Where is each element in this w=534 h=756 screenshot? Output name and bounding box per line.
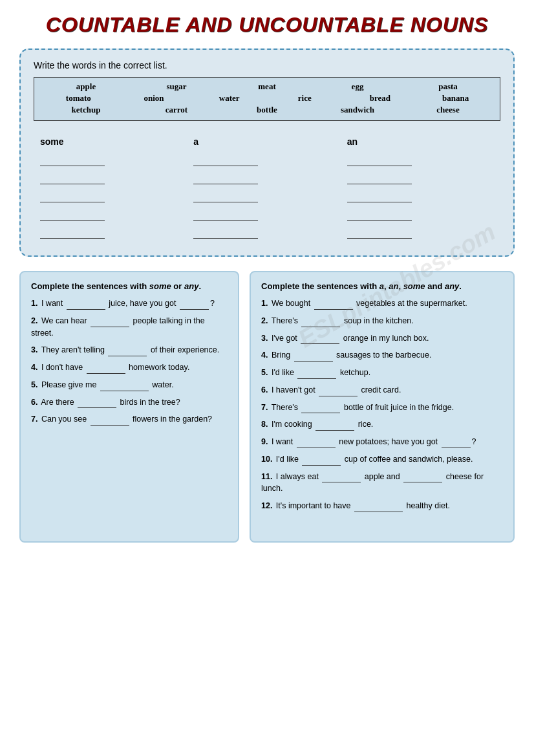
section2-box: Complete the sentences with some or any.… [19, 271, 239, 543]
list-item: 1. We bought vegetables at the supermark… [261, 297, 503, 310]
blank[interactable] [180, 301, 209, 310]
list-item: 3. I've got orange in my lunch box. [261, 332, 503, 345]
answer-line[interactable] [40, 171, 105, 184]
word-water: water [210, 93, 249, 103]
word-sugar: sugar [157, 81, 196, 92]
section2-title: Complete the sentences with some or any. [31, 281, 228, 291]
word-tomato: tomato [59, 93, 98, 103]
list-item: 1. I want juice, have you got ? [31, 297, 228, 310]
answer-line[interactable] [347, 189, 412, 202]
blank[interactable] [354, 503, 403, 512]
answer-line[interactable] [40, 208, 105, 221]
col-an-header: an [347, 136, 500, 147]
section3-list: 1. We bought vegetables at the supermark… [261, 297, 503, 512]
blank[interactable] [314, 301, 353, 310]
list-item: 7. Can you see flowers in the garden? [31, 413, 228, 426]
word-meat: meat [248, 81, 286, 92]
blank[interactable] [91, 318, 129, 327]
list-item: 9. I want new potatoes; have you got ? [261, 436, 503, 448]
section2-list: 1. I want juice, have you got ? 2. We ca… [31, 297, 228, 426]
list-item: 5. I'd like ketchup. [261, 367, 503, 379]
blank[interactable] [315, 422, 354, 431]
section3-title: Complete the sentences with a, an, some … [261, 281, 503, 291]
word-pasta: pasta [429, 81, 467, 92]
word-apple: apple [67, 81, 105, 92]
blank[interactable] [67, 301, 105, 310]
blank[interactable] [297, 439, 336, 448]
list-item: 5. Please give me water. [31, 379, 228, 391]
word-carrot: carrot [157, 105, 196, 115]
answer-line[interactable] [347, 153, 412, 166]
blank[interactable] [91, 416, 129, 426]
list-item: 6. I haven't got credit card. [261, 384, 503, 396]
list-item: 11. I always eat apple and cheese for lu… [261, 471, 503, 495]
section3-box: Complete the sentences with a, an, some … [250, 271, 515, 543]
col-a-header: a [193, 136, 347, 147]
blank[interactable] [87, 365, 125, 374]
bottom-area: Complete the sentences with some or any.… [19, 271, 515, 543]
list-item: 4. I don't have homework today. [31, 362, 228, 374]
word-bottle: bottle [248, 105, 286, 115]
col-a: a [193, 136, 347, 243]
blank[interactable] [319, 387, 358, 396]
word-banana: banana [436, 93, 475, 103]
word-onion: onion [134, 93, 173, 103]
columns-area: some a an [34, 136, 500, 243]
col-an: an [347, 136, 500, 243]
answer-line[interactable] [193, 171, 258, 184]
word-cheese: cheese [429, 105, 467, 115]
word-bread: bread [361, 93, 400, 103]
section1-box: Write the words in the correct list. app… [19, 49, 515, 257]
word-box: apple sugar meat egg pasta tomato onion … [34, 77, 500, 121]
list-item: 2. We can hear people talking in the str… [31, 315, 228, 340]
word-row-1: apple sugar meat egg pasta [41, 81, 493, 92]
section1-instruction: Write the words in the correct list. [34, 60, 500, 70]
answer-line[interactable] [40, 153, 105, 166]
blank[interactable] [301, 335, 339, 344]
list-item: 3. They aren't telling of their experien… [31, 344, 228, 356]
blank[interactable] [442, 439, 471, 448]
col-some: some [40, 136, 193, 243]
answer-line[interactable] [193, 208, 258, 221]
blank[interactable] [301, 404, 340, 413]
answer-line[interactable] [193, 226, 258, 239]
list-item: 8. I'm cooking rice. [261, 418, 503, 431]
list-item: 10. I'd like cup of coffee and sandwich,… [261, 453, 503, 466]
word-ketchup: ketchup [67, 105, 105, 115]
answer-line[interactable] [40, 189, 105, 202]
word-row-3: ketchup carrot bottle sandwich cheese [41, 105, 493, 115]
list-item: 4. Bring sausages to the barbecue. [261, 349, 503, 362]
answer-line[interactable] [193, 189, 258, 202]
list-item: 12. It's important to have healthy diet. [261, 500, 503, 512]
word-sandwich: sandwich [338, 105, 377, 115]
list-item: 6. Are there birds in the tree? [31, 396, 228, 409]
blank[interactable] [100, 382, 149, 391]
blank[interactable] [297, 370, 336, 379]
blank[interactable] [302, 457, 341, 466]
answer-line[interactable] [347, 226, 412, 239]
word-rice: rice [285, 93, 324, 103]
blank[interactable] [322, 473, 361, 482]
answer-line[interactable] [347, 208, 412, 221]
answer-line[interactable] [347, 171, 412, 184]
word-egg: egg [338, 81, 377, 92]
blank[interactable] [301, 318, 340, 327]
col-some-header: some [40, 136, 193, 147]
list-item: 7. There's bottle of fruit juice in the … [261, 402, 503, 414]
answer-line[interactable] [40, 226, 105, 239]
blank[interactable] [403, 473, 442, 482]
blank[interactable] [294, 352, 333, 362]
list-item: 2. There's soup in the kitchen. [261, 315, 503, 327]
blank[interactable] [108, 347, 147, 356]
blank[interactable] [78, 399, 116, 408]
page-title: COUNTABLE AND UNCOUNTABLE NOUNS [19, 13, 515, 37]
word-row-2: tomato onion water rice bread banana [41, 93, 493, 103]
answer-line[interactable] [193, 153, 258, 166]
